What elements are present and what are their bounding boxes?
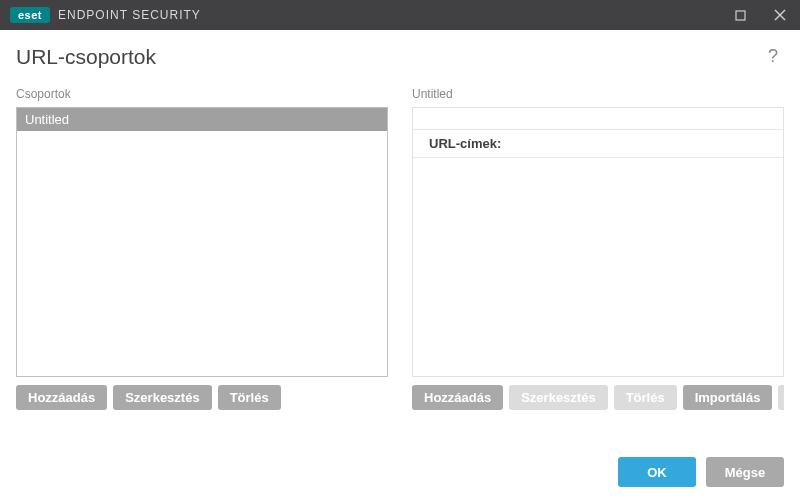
groups-listbox[interactable]: Untitled [16,107,388,377]
urls-delete-button: Törlés [614,385,677,410]
list-item[interactable]: Untitled [17,108,387,131]
urls-listbox[interactable]: URL-címek: [412,107,784,377]
product-name: ENDPOINT SECURITY [58,8,201,22]
titlebar: eset ENDPOINT SECURITY [0,0,800,30]
brand-logo: eset [10,7,50,23]
groups-button-row: Hozzáadás Szerkesztés Törlés [16,385,388,410]
urls-button-row: Hozzáadás Szerkesztés Törlés Importálás … [412,385,784,410]
maximize-button[interactable] [720,0,760,30]
urls-add-button[interactable]: Hozzáadás [412,385,503,410]
cancel-button[interactable]: Mégse [706,457,784,487]
urls-label: Untitled [412,87,784,101]
close-button[interactable] [760,0,800,30]
dialog-footer: OK Mégse [0,444,800,500]
urls-import-button[interactable]: Importálás [683,385,773,410]
groups-pane: Csoportok Untitled Hozzáadás Szerkesztés… [16,87,388,410]
close-icon [774,9,786,21]
groups-delete-button[interactable]: Törlés [218,385,281,410]
maximize-icon [735,10,746,21]
urls-edit-button: Szerkesztés [509,385,607,410]
groups-label: Csoportok [16,87,388,101]
urls-column-header: URL-címek: [413,130,783,158]
help-icon[interactable]: ? [762,42,784,71]
svg-rect-0 [736,11,745,20]
page-title: URL-csoportok [16,45,762,69]
urls-pane: Untitled URL-címek: Hozzáadás Szerkeszté… [412,87,784,410]
groups-add-button[interactable]: Hozzáadás [16,385,107,410]
urls-export-button: Exportálás [778,385,784,410]
ok-button[interactable]: OK [618,457,696,487]
groups-edit-button[interactable]: Szerkesztés [113,385,211,410]
